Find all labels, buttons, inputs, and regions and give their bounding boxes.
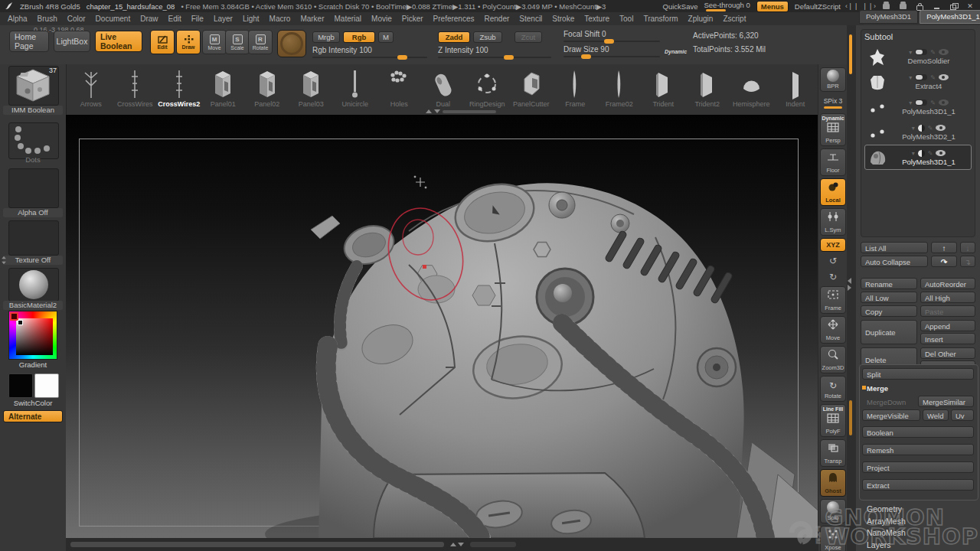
all-low-button[interactable]: All Low [861,292,917,303]
merge-visible-button[interactable]: MergeVisible [862,409,920,421]
brush-panel02[interactable]: Panel02 [245,64,289,108]
paste-button[interactable]: Paste [920,305,975,317]
menu-preferences[interactable]: Preferences [433,15,475,23]
switch-color-label[interactable]: SwitchColor [3,399,63,408]
move-button[interactable]: MMove [202,30,227,54]
polypaint-toggle-icon[interactable] [915,99,927,106]
menu-file[interactable]: File [191,15,204,23]
rotate-button[interactable]: ↻Rotate [820,376,846,402]
frame-button[interactable]: Frame [820,286,846,314]
polypaint-moon-icon[interactable] [918,125,925,132]
menu-stroke[interactable]: Stroke [552,15,574,23]
visibility-eye-icon[interactable] [939,99,949,106]
solo-button[interactable]: Solo [820,499,846,523]
brush-trident2[interactable]: Trident2 [685,64,730,108]
brush-crosswires[interactable]: CrossWires [113,64,158,108]
flatten-icon[interactable]: ▾ [912,125,915,132]
duplicate-button[interactable]: Duplicate [861,320,917,344]
merge-similar-button[interactable]: MergeSimilar [918,396,974,407]
menus-button[interactable]: Menus [756,1,789,12]
zoom3d-button[interactable]: Zoom3D [820,346,846,373]
brush-frame[interactable]: Frame [554,64,598,108]
brush-indent[interactable]: Indent [773,64,818,108]
menu-edit[interactable]: Edit [168,15,181,23]
subtool-up-button[interactable]: ↑ [931,242,957,253]
alpha-thumbnail[interactable] [8,168,59,208]
rgb-button[interactable]: Rgb [343,31,375,43]
auto-reorder-button[interactable]: AutoReorder [920,278,975,289]
spix-3-button[interactable]: SPix 3 [820,94,846,111]
scale-button[interactable]: SScale [225,30,250,54]
quicksave-button[interactable]: QuickSave [663,2,698,11]
zadd-button[interactable]: Zadd [438,31,470,43]
project-button[interactable]: Project [862,461,974,473]
auto-collapse-button[interactable]: Auto Collapse [861,256,928,267]
home-page-button[interactable]: Home Page [9,31,49,52]
menu-marker[interactable]: Marker [300,15,324,23]
subtool-header[interactable]: Subtool [864,32,972,41]
bottom-scroll-track[interactable] [70,542,444,547]
draw-size-slider[interactable]: Draw Size 90 [564,45,660,57]
menu-transform[interactable]: Transform [643,15,678,23]
scroll-left-icon[interactable]: ‹❘❘ [847,2,858,11]
menu-alpha[interactable]: Alpha [8,15,28,23]
subtool-item-demosoldier[interactable]: ▾✎DemoSoldier [864,44,972,69]
list-all-button[interactable]: List All [861,242,928,253]
append-button[interactable]: Append [920,320,975,331]
visibility-eye-icon[interactable] [939,74,949,80]
polyf-button[interactable]: Line FillPolyF [820,404,846,437]
stroke-thumbnail[interactable] [8,122,59,159]
l-sym-button[interactable]: L.Sym [820,208,846,236]
section-layers[interactable]: Layers [867,540,916,549]
transp-button[interactable]: Transp [820,439,846,467]
subtool-item-polymesh3d1_1[interactable]: ▾✎PolyMesh3D1_1 [864,145,972,170]
menu-draw[interactable]: Draw [140,15,158,23]
flatten-icon[interactable]: ▾ [909,49,912,56]
menu-light[interactable]: Light [243,15,260,23]
copy-button[interactable]: Copy [861,305,917,317]
rotate-button[interactable]: RRotate [248,30,273,54]
polypaint-toggle-icon[interactable] [915,74,927,80]
floor-button[interactable]: Floor [820,148,846,176]
polypaint-moon-icon[interactable] [918,150,925,157]
flatten-icon[interactable]: ▾ [912,150,915,157]
dynamic-toggle[interactable]: Dynamic [665,49,687,54]
insert-button[interactable]: Insert [920,333,975,344]
menu-movie[interactable]: Movie [371,15,392,23]
edit-pen-icon[interactable]: ✎ [928,125,933,132]
zcut-button[interactable]: Zcut [514,31,542,43]
flatten-icon[interactable]: ▾ [909,74,912,81]
collapse-jump-button[interactable]: ↷ [931,256,957,267]
menu-render[interactable]: Render [485,15,510,23]
brush-arrows[interactable]: Arrows [69,64,113,108]
brush-dual[interactable]: Dual [421,64,466,108]
flatten-icon[interactable]: ▾ [909,99,912,106]
remesh-button[interactable]: Remesh [862,444,974,455]
tab-polymesh3d1[interactable]: PolyMesh3D1 [859,10,918,24]
spin-right-button[interactable]: ↻ [825,270,841,284]
see-through-slider[interactable]: See-through 0 [704,1,750,11]
material-preview-button[interactable] [277,30,306,57]
move-button[interactable]: Move [820,316,846,344]
zsub-button[interactable]: Zsub [473,31,502,43]
edit-button[interactable]: Edit [150,30,175,54]
section-arraymesh[interactable]: ArrayMesh [867,517,916,526]
rename-button[interactable]: Rename [861,278,917,289]
draw-button[interactable]: Draw [176,30,201,54]
left-tray-handle[interactable] [1,256,7,265]
brush-holes[interactable]: Holes [377,64,422,108]
menu-zplugin[interactable]: Zplugin [688,15,714,23]
menu-layer[interactable]: Layer [214,15,233,23]
menu-tool[interactable]: Tool [619,15,633,23]
subtool-down-button[interactable]: ↓ [960,242,975,253]
merge-header[interactable]: Merge [862,382,974,393]
menu-texture[interactable]: Texture [584,15,609,23]
edit-pen-icon[interactable]: ✎ [930,99,936,106]
visibility-eye-icon[interactable] [936,150,946,156]
panel-divider[interactable] [847,25,856,551]
subtool-item-polymesh3d1_1[interactable]: ▾✎PolyMesh3D1_1 [864,94,972,119]
m-button[interactable]: M [378,31,394,43]
model-3d[interactable] [66,115,818,538]
secondary-color-swatch[interactable] [34,373,59,398]
ghost-button[interactable]: Ghost [820,469,846,497]
